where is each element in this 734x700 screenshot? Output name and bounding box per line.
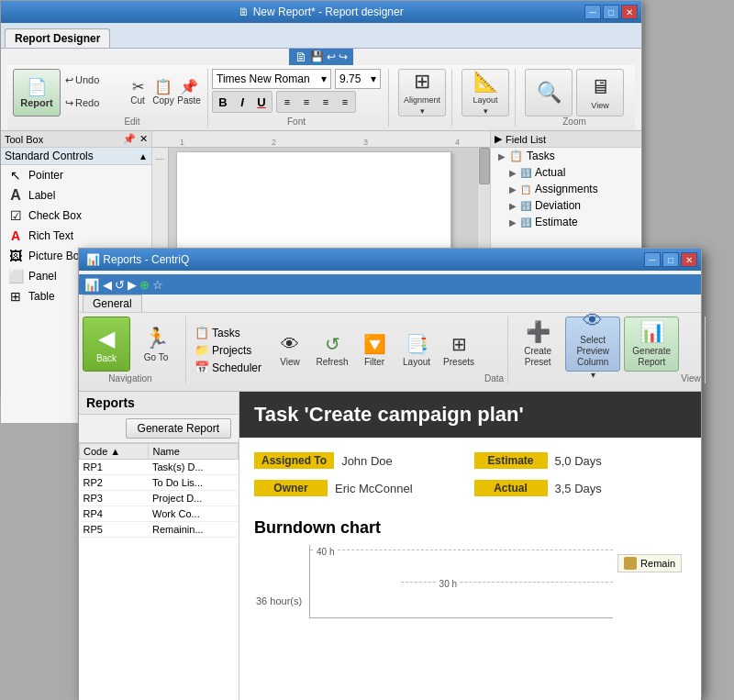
layout-btn[interactable]: 📐 Layout ▾: [462, 69, 509, 117]
field-actual[interactable]: ▶ 🔢 Actual: [491, 164, 641, 181]
assignments-expand[interactable]: ▶: [509, 184, 517, 194]
reports-general-tab[interactable]: General: [83, 294, 142, 312]
field-assignments[interactable]: ▶ 📋 Assignments: [491, 181, 641, 197]
estimate-expand[interactable]: ▶: [509, 217, 517, 228]
back-icon: ◀: [98, 326, 115, 351]
create-preset-btn[interactable]: ➕ Create Preset: [514, 317, 562, 372]
view-icon: 🖥: [590, 75, 610, 99]
tasks-expand[interactable]: ▶: [498, 151, 506, 161]
report-button[interactable]: 📄 Report: [13, 69, 61, 117]
scheduler-menu-item[interactable]: 📅 Scheduler: [192, 360, 264, 375]
assigned-to-field: Assigned To John Doe: [254, 452, 467, 469]
filter-btn[interactable]: 🔽 Filter: [354, 327, 395, 374]
reports-maximize[interactable]: □: [662, 252, 679, 267]
redo-btn[interactable]: ↪ Redo: [64, 92, 119, 114]
toolbox-close-icon[interactable]: ✕: [139, 133, 148, 145]
nav-group-label: Navigation: [108, 372, 151, 383]
rpt-star-qa[interactable]: ☆: [152, 278, 163, 292]
align-center-btn[interactable]: ≡: [297, 93, 316, 111]
minimize-btn[interactable]: ─: [584, 5, 601, 19]
field-estimate[interactable]: ▶ 🔢 Estimate: [491, 214, 641, 230]
align-left-btn[interactable]: ≡: [278, 93, 296, 111]
font-dropdown-icon[interactable]: ▾: [321, 72, 327, 85]
close-btn[interactable]: ✕: [621, 5, 638, 19]
name-rp1: Task(s) D...: [149, 460, 239, 475]
table-label: Table: [28, 290, 55, 303]
code-header[interactable]: Code ▲: [80, 444, 149, 460]
layout-dropdown[interactable]: ▾: [484, 106, 488, 116]
picturebox-icon: 🖼: [8, 249, 23, 263]
goto-icon: 🏃: [144, 327, 169, 350]
chart-area: 40 h 30 h: [309, 545, 613, 618]
table-row[interactable]: RP5 Remainin...: [80, 522, 239, 538]
rpt-nav-qa[interactable]: ▶: [128, 278, 137, 292]
actual-expand[interactable]: ▶: [509, 168, 517, 178]
back-btn[interactable]: ◀ Back: [83, 317, 130, 372]
field-tasks[interactable]: ▶ 📋 Tasks: [491, 148, 641, 164]
report-designer-tab[interactable]: Report Designer: [5, 28, 110, 48]
toolbox-richtext[interactable]: A Rich Text: [1, 226, 151, 246]
cut-btn[interactable]: ✂ Cut: [127, 75, 149, 108]
layout-data-btn[interactable]: 📑 Layout: [396, 327, 437, 374]
redo-quick-btn[interactable]: ↪: [339, 50, 348, 63]
undo-icon: ↩: [65, 74, 73, 86]
zoom-btn[interactable]: 🔍: [525, 69, 573, 117]
generate-report-ribbon-btn[interactable]: 📊 Generate Report: [624, 317, 679, 372]
deviation-label: Deviation: [535, 199, 581, 212]
code-rp1: RP1: [80, 460, 149, 475]
rpt-add-qa[interactable]: ⊕: [139, 278, 150, 292]
alignment-btn[interactable]: ⊞ Alignment ▾: [398, 69, 446, 117]
rpt-refresh-qa[interactable]: ↺: [115, 278, 125, 292]
select-preview-dropdown[interactable]: ▾: [591, 370, 595, 380]
select-preview-btn[interactable]: 👁 Select Preview Column ▾: [565, 317, 620, 372]
undo-btn[interactable]: ↩ Undo: [64, 69, 119, 91]
table-row[interactable]: RP4 Work Co...: [80, 506, 239, 522]
view-data-btn[interactable]: 👁 View: [270, 327, 310, 374]
field-deviation[interactable]: ▶ 🔢 Deviation: [491, 197, 641, 214]
actual-label: Actual: [535, 166, 565, 179]
toolbox-checkbox[interactable]: ☑ Check Box: [1, 206, 151, 226]
reports-minimize[interactable]: ─: [644, 252, 661, 267]
name-header[interactable]: Name: [149, 444, 239, 460]
generate-report-btn[interactable]: Generate Report: [126, 418, 231, 439]
paste-btn[interactable]: 📌 Paste: [178, 75, 200, 108]
filter-icon: 🔽: [363, 333, 386, 355]
font-size-dropdown[interactable]: ▾: [371, 72, 376, 85]
rpt-back-qa[interactable]: ◀: [103, 278, 112, 292]
toolbox-section: Standard Controls ▲: [1, 148, 151, 165]
y-axis-label: 36 hour(s): [256, 595, 302, 606]
italic-btn[interactable]: I: [233, 93, 251, 111]
alignment-dropdown[interactable]: ▾: [420, 106, 425, 116]
presets-btn[interactable]: ⊞ Presets: [439, 327, 479, 374]
deviation-expand[interactable]: ▶: [509, 201, 517, 211]
table-row[interactable]: RP1 Task(s) D...: [80, 460, 239, 475]
app-icon: 🗎: [239, 6, 250, 18]
table-row[interactable]: RP3 Project D...: [80, 491, 239, 506]
view-btn[interactable]: 🖥 View: [576, 69, 624, 117]
toolbox-collapse-icon[interactable]: ▲: [139, 151, 148, 161]
fieldlist-icon: ▶: [495, 133, 502, 145]
reports-close[interactable]: ✕: [681, 252, 697, 267]
tasks-menu-item[interactable]: 📋 Tasks: [192, 325, 264, 340]
owner-label: Owner: [254, 480, 328, 496]
underline-btn[interactable]: U: [252, 93, 271, 111]
projects-menu-item[interactable]: 📁 Projects: [192, 342, 264, 358]
toolbox-pin-icon[interactable]: 📌: [123, 133, 136, 145]
align-right-btn[interactable]: ≡: [317, 93, 335, 111]
copy-btn[interactable]: 📋 Copy: [152, 75, 174, 108]
table-row[interactable]: RP2 To Do Lis...: [80, 475, 239, 491]
tasks-menu-icon: 📋: [195, 326, 209, 339]
bold-btn[interactable]: B: [214, 93, 232, 111]
toolbox-label[interactable]: A Label: [1, 185, 151, 206]
font-name-selector[interactable]: Times New Roman ▾: [212, 69, 331, 89]
code-rp2: RP2: [80, 475, 149, 491]
save-quick-btn[interactable]: 💾: [310, 50, 324, 63]
refresh-btn[interactable]: ↺ Refresh: [312, 327, 352, 374]
toolbox-pointer[interactable]: ↖ Pointer: [1, 165, 151, 185]
undo-quick-btn[interactable]: ↩: [327, 50, 336, 63]
scroll-thumb-v[interactable]: [479, 148, 490, 184]
maximize-btn[interactable]: □: [603, 5, 619, 19]
font-size-input[interactable]: 9.75 ▾: [335, 69, 381, 89]
align-justify-btn[interactable]: ≡: [336, 93, 354, 111]
goto-btn[interactable]: 🏃 Go To: [134, 317, 178, 372]
